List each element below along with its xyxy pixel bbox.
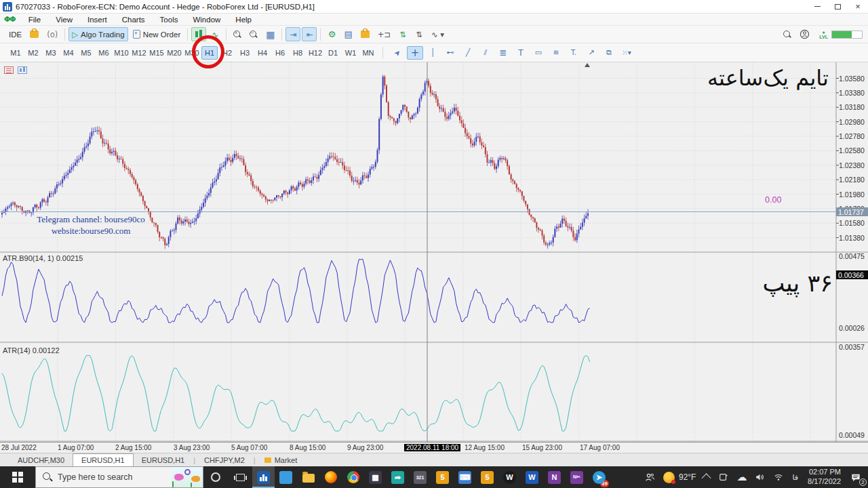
signals-button[interactable]: (ο) xyxy=(43,27,61,41)
timeframe-m15[interactable]: M15 xyxy=(149,46,165,60)
arrow-tool[interactable]: ↗ xyxy=(583,46,599,60)
task-view-button[interactable] xyxy=(228,466,252,488)
indicators-button[interactable]: ∿ ▾ xyxy=(428,27,448,41)
timeframe-w1[interactable]: W1 xyxy=(342,46,359,60)
taskbar-app-sql-tool-2[interactable]: 5 xyxy=(476,466,498,488)
chart-tab-audchf-m30[interactable]: AUDCHF,M30 xyxy=(9,454,73,466)
profile-button[interactable] xyxy=(796,27,813,41)
tray-expand-button[interactable] xyxy=(700,466,715,488)
close-button[interactable]: × xyxy=(848,0,868,14)
wifi-tray-button[interactable] xyxy=(769,466,788,488)
weather-widget[interactable]: 92°F xyxy=(659,466,700,488)
crosshair-tool[interactable]: + xyxy=(407,46,423,60)
taskbar-app-winamp[interactable]: W xyxy=(498,466,521,488)
taskbar-app-file-explorer[interactable] xyxy=(297,466,319,488)
data-window-button[interactable]: ▤ xyxy=(340,27,355,41)
algo-trading-button[interactable]: ▷ Algo Trading xyxy=(68,27,127,41)
shape-tool[interactable]: ⧉ xyxy=(601,46,617,60)
people-button[interactable] xyxy=(641,466,659,488)
timeframe-m4[interactable]: M4 xyxy=(60,46,77,60)
menu-insert[interactable]: Insert xyxy=(80,14,115,26)
taskbar-app-onenote[interactable]: N xyxy=(543,466,566,488)
timeframe-m20[interactable]: M20 xyxy=(166,46,182,60)
timeframe-m6[interactable]: M6 xyxy=(96,46,112,60)
fibonacci-tool[interactable]: ≣ xyxy=(495,46,511,60)
chart-shift-button[interactable]: ⇤ xyxy=(302,27,317,41)
taskbar-app-metatrader[interactable] xyxy=(252,466,275,488)
label-tool[interactable]: T. xyxy=(566,46,582,60)
action-center-button[interactable]: 2 xyxy=(846,466,868,488)
chart-area[interactable]: Telegram channel: bourse90co website:bou… xyxy=(0,62,868,442)
time-axis[interactable]: 28 Jul 20221 Aug 07:002 Aug 15:003 Aug 2… xyxy=(0,442,868,453)
timeframe-h6[interactable]: H6 xyxy=(272,46,288,60)
taskbar-search-box[interactable]: Type here to search xyxy=(35,466,203,488)
menu-tools[interactable]: Tools xyxy=(153,14,186,26)
buy-sell-arrows-button[interactable]: ⇅ xyxy=(395,27,410,41)
device-tray-button[interactable] xyxy=(715,466,732,488)
menu-file[interactable]: File xyxy=(21,14,49,26)
timeframe-d1[interactable]: D1 xyxy=(325,46,341,60)
taskbar-app-calculator[interactable]: ▦ xyxy=(364,466,387,488)
timeframe-h4[interactable]: H4 xyxy=(254,46,271,60)
taskbar-app-pc-app[interactable]: ⌨ xyxy=(454,466,476,488)
auto-scroll-button[interactable]: ⇥ xyxy=(285,27,300,41)
chart-tab-eurusd-h1[interactable]: EURUSD,H1 xyxy=(134,454,193,466)
minimize-button[interactable] xyxy=(807,0,827,14)
more-shapes-tool[interactable]: ⁙▾ xyxy=(618,46,635,60)
search-highlight-image[interactable] xyxy=(172,467,203,487)
chart-tab-market[interactable]: Market xyxy=(256,454,306,466)
crosshair-add-button[interactable]: +⊐ xyxy=(374,27,394,41)
timeframe-m1[interactable]: M1 xyxy=(7,46,24,60)
timeframe-m12[interactable]: M12 xyxy=(131,46,147,60)
taskbar-app-telegram[interactable]: 39➤ xyxy=(588,466,610,488)
taskbar-app-onenote-clip[interactable]: N✂ xyxy=(566,466,588,488)
taskbar-app-chrome[interactable] xyxy=(342,466,364,488)
rectangle-tool[interactable]: ▭ xyxy=(530,46,547,60)
text-tool[interactable]: T xyxy=(513,46,529,60)
vertical-line-tool[interactable]: │ xyxy=(425,46,441,60)
horizontal-line-tool[interactable]: ⊷ xyxy=(442,46,458,60)
menu-charts[interactable]: Charts xyxy=(115,14,153,26)
menu-view[interactable]: View xyxy=(48,14,80,26)
timeframe-m5[interactable]: M5 xyxy=(78,46,94,60)
maximize-button[interactable] xyxy=(827,0,848,14)
tile-windows-button[interactable]: ▦ xyxy=(262,27,278,41)
trendline-tool[interactable]: ╱ xyxy=(460,46,476,60)
cursor-tool[interactable]: ➤ xyxy=(387,42,408,63)
menu-help[interactable]: Help xyxy=(228,14,259,26)
taskbar-app-sql-tool-1[interactable]: 5 xyxy=(431,466,454,488)
menu-window[interactable]: Window xyxy=(185,14,228,26)
taskbar-app-photos[interactable] xyxy=(275,466,297,488)
timeframe-h8[interactable]: H8 xyxy=(290,46,306,60)
settings-gear-button[interactable]: ⚙ xyxy=(324,27,339,41)
taskbar-app-word[interactable]: W xyxy=(521,466,543,488)
ide-button[interactable]: IDE xyxy=(5,27,25,41)
language-indicator[interactable]: فا xyxy=(788,466,802,488)
timeframe-h12[interactable]: H12 xyxy=(307,46,323,60)
history-folder-button[interactable] xyxy=(357,27,373,41)
start-button[interactable] xyxy=(0,466,35,488)
onedrive-tray-button[interactable]: ☁ xyxy=(732,466,751,488)
timeframe-mn[interactable]: MN xyxy=(360,46,376,60)
volume-tray-button[interactable] xyxy=(751,466,769,488)
channel-tool[interactable]: ⫽ xyxy=(477,46,494,60)
chart-tab-eurusd-h1[interactable]: EURUSD,H1 xyxy=(73,453,134,466)
taskbar-app-converter[interactable]: ➦ xyxy=(387,466,409,488)
taskbar-app-firefox[interactable] xyxy=(319,466,342,488)
depth-of-market-icon[interactable] xyxy=(18,66,27,74)
timeframe-m3[interactable]: M3 xyxy=(43,46,59,60)
depth-button[interactable]: ⇅ xyxy=(412,27,427,41)
chart-tab-chfjpy-m2[interactable]: CHFJPY,M2 xyxy=(196,454,253,466)
search-button[interactable] xyxy=(780,27,795,41)
cortana-button[interactable] xyxy=(203,466,228,488)
taskbar-app-media-player[interactable]: 321 xyxy=(409,466,431,488)
market-bag-button[interactable] xyxy=(26,27,42,41)
timeframe-m2[interactable]: M2 xyxy=(25,46,41,60)
new-order-button[interactable]: + New Order xyxy=(130,27,184,41)
zoom-out-button[interactable]: − xyxy=(246,27,261,41)
timeframe-m10[interactable]: M10 xyxy=(113,46,130,60)
zoom-in-button[interactable]: + xyxy=(230,27,245,41)
one-click-trading-icon[interactable] xyxy=(4,66,14,74)
waves-tool[interactable]: ≋ xyxy=(548,46,564,60)
clock-widget[interactable]: 02:07 PM8/17/2022 xyxy=(802,466,846,488)
